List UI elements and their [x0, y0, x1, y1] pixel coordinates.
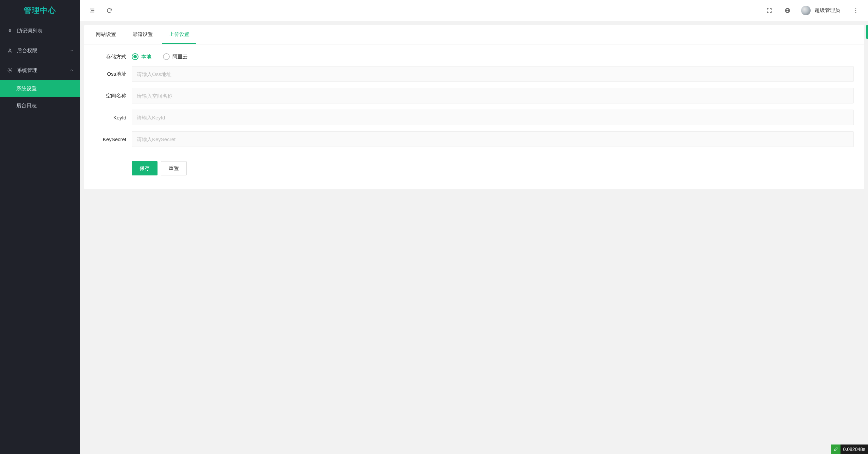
radio-local-label: 本地 — [141, 54, 151, 60]
form-actions: 保存 重置 — [132, 161, 854, 175]
row-keyid: KeyId — [94, 110, 854, 125]
svg-point-8 — [855, 12, 856, 13]
toggle-sidebar-button[interactable] — [85, 3, 100, 18]
gear-icon — [7, 67, 13, 73]
more-button[interactable] — [848, 3, 863, 18]
avatar — [801, 6, 811, 15]
label-keysecret: KeySecret — [94, 136, 132, 142]
label-storage: 存储方式 — [94, 54, 132, 60]
save-button[interactable]: 保存 — [132, 161, 158, 175]
sidebar-item-label: 系统管理 — [17, 67, 37, 74]
svg-point-7 — [855, 10, 856, 11]
radio-aliyun-label: 阿里云 — [172, 54, 188, 60]
sidebar: 管理中心 助记词列表 后台权限 — [0, 0, 80, 454]
refresh-button[interactable] — [102, 3, 117, 18]
label-bucket: 空间名称 — [94, 93, 132, 99]
chevron-down-icon — [69, 48, 74, 53]
label-keyid: KeyId — [94, 115, 132, 120]
settings-card: 网站设置 邮箱设置 上传设置 存储方式 本地 — [84, 25, 864, 189]
sidebar-sub-system-settings[interactable]: 系统设置 — [0, 80, 80, 97]
perf-time: 0.082048s — [841, 444, 868, 454]
main: 超级管理员 网站设置 邮箱设置 上传设置 存储方式 — [80, 0, 868, 454]
tab-site[interactable]: 网站设置 — [89, 25, 123, 44]
storage-radio-group: 本地 阿里云 — [132, 53, 854, 60]
fire-icon — [7, 28, 13, 34]
leaf-icon — [831, 444, 841, 454]
sidebar-item-label: 后台权限 — [17, 48, 37, 54]
row-storage: 存储方式 本地 阿里云 — [94, 53, 854, 60]
tab-upload[interactable]: 上传设置 — [162, 25, 196, 44]
input-bucket[interactable] — [132, 88, 854, 103]
brand-title: 管理中心 — [24, 5, 56, 16]
sidebar-sub-system: 系统设置 后台日志 — [0, 80, 80, 114]
content: 网站设置 邮箱设置 上传设置 存储方式 本地 — [80, 21, 868, 454]
header-right: 超级管理员 — [762, 3, 863, 18]
user-menu[interactable]: 超级管理员 — [798, 3, 845, 18]
row-oss-url: Oss地址 — [94, 66, 854, 82]
sidebar-sub-system-log[interactable]: 后台日志 — [0, 97, 80, 114]
brand[interactable]: 管理中心 — [0, 0, 80, 21]
tab-email[interactable]: 邮箱设置 — [126, 25, 160, 44]
user-icon — [7, 48, 13, 54]
sidebar-nav: 助记词列表 后台权限 系统管理 — [0, 21, 80, 454]
upload-form: 存储方式 本地 阿里云 O — [84, 44, 864, 189]
sidebar-sub-label: 系统设置 — [16, 86, 37, 92]
sidebar-item-mnemonic[interactable]: 助记词列表 — [0, 21, 80, 41]
sidebar-item-label: 助记词列表 — [17, 28, 42, 34]
radio-aliyun[interactable]: 阿里云 — [163, 53, 188, 60]
header: 超级管理员 — [80, 0, 868, 21]
label-oss-url: Oss地址 — [94, 71, 132, 77]
tabs: 网站设置 邮箱设置 上传设置 — [84, 25, 864, 44]
svg-point-1 — [9, 70, 11, 71]
radio-local[interactable]: 本地 — [132, 53, 151, 60]
perf-badge[interactable]: 0.082048s — [831, 444, 868, 454]
username: 超级管理员 — [815, 7, 840, 14]
row-bucket: 空间名称 — [94, 88, 854, 103]
sidebar-item-system[interactable]: 系统管理 — [0, 60, 80, 80]
svg-point-0 — [9, 49, 11, 50]
reset-button[interactable]: 重置 — [161, 161, 187, 175]
svg-point-6 — [855, 8, 856, 9]
row-keysecret: KeySecret — [94, 131, 854, 147]
header-left — [85, 3, 117, 18]
sidebar-sub-label: 后台日志 — [16, 102, 37, 109]
sidebar-item-permission[interactable]: 后台权限 — [0, 41, 80, 60]
fullscreen-button[interactable] — [762, 3, 777, 18]
radio-circle-icon — [132, 53, 138, 60]
language-button[interactable] — [780, 3, 795, 18]
app-root: 管理中心 助记词列表 后台权限 — [0, 0, 868, 454]
chevron-up-icon — [69, 68, 74, 73]
input-oss-url[interactable] — [132, 66, 854, 82]
input-keysecret[interactable] — [132, 131, 854, 147]
radio-circle-icon — [163, 53, 170, 60]
input-keyid[interactable] — [132, 110, 854, 125]
